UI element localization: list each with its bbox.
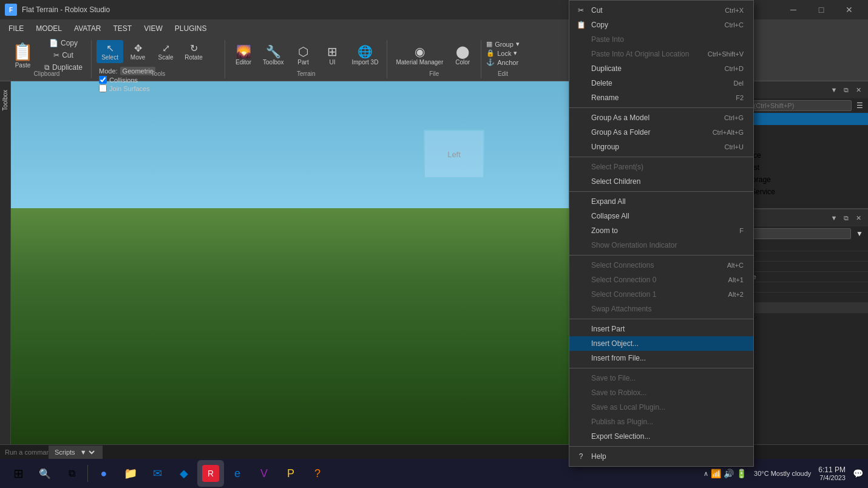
scripts-dropdown[interactable]: ▼ — [78, 448, 97, 456]
ctx-cut[interactable]: ✂ Cut Ctrl+X — [569, 3, 753, 18]
properties-close-btn[interactable]: ✕ — [853, 213, 863, 223]
scale-icon: ⤢ — [162, 42, 170, 54]
ctx-sep-4 — [569, 255, 753, 256]
ctx-save-plugin: Save as Local Plugin... — [569, 400, 753, 415]
notification-icon[interactable]: 💬 — [853, 469, 863, 478]
vs-icon: V — [260, 467, 268, 480]
ctx-zoom-to[interactable]: Zoom to F — [569, 223, 753, 238]
ctx-collapse-all[interactable]: Collapse All — [569, 209, 753, 223]
ctx-group-model[interactable]: Group As a Model Ctrl+G — [569, 110, 753, 125]
menu-test[interactable]: TEST — [107, 22, 138, 35]
window-controls: ─ □ ✕ — [779, 0, 863, 19]
part-tool[interactable]: ⬡ Part — [290, 42, 317, 68]
cut-icon: ✂ — [575, 5, 586, 16]
scale-tool[interactable]: ⤢ Scale — [152, 40, 179, 63]
collisions-checkbox[interactable] — [99, 76, 107, 84]
menu-file[interactable]: FILE — [2, 22, 30, 35]
join-surfaces-checkbox[interactable] — [99, 84, 107, 92]
ctx-insert-file[interactable]: Insert from File... — [569, 351, 753, 365]
tools-label: Tools — [151, 70, 165, 77]
lock-dropdown[interactable]: ▾ — [514, 49, 517, 57]
scripts-tab[interactable]: Scripts ▼ — [49, 446, 103, 459]
left-box-label: Left — [447, 150, 461, 159]
ctx-select-children[interactable]: Select Children — [569, 174, 753, 189]
unknown-icon: ? — [314, 467, 320, 480]
explorer-collapse-btn[interactable]: ▼ — [829, 85, 839, 95]
import3d-tool[interactable]: 🌐 Import 3D — [348, 42, 382, 68]
explorer-close-btn[interactable]: ✕ — [853, 85, 863, 95]
group-dropdown[interactable]: ▾ — [516, 40, 520, 48]
editor-icon: 🌄 — [236, 44, 251, 59]
ctx-delete[interactable]: Delete Del — [569, 76, 753, 90]
editor-tool[interactable]: 🌄 Editor — [230, 42, 257, 68]
lock-label[interactable]: Lock — [497, 50, 511, 57]
menu-avatar[interactable]: AVATAR — [68, 22, 107, 35]
ctx-rename[interactable]: Rename F2 — [569, 90, 753, 105]
ctx-expand-all[interactable]: Expand All — [569, 194, 753, 209]
vscode-button[interactable]: ◆ — [171, 460, 197, 487]
tray-volume-icon[interactable]: 🔊 — [724, 469, 734, 478]
close-button[interactable]: ✕ — [835, 0, 863, 19]
lock-icon: 🔒 — [486, 49, 495, 57]
tray-network-icon[interactable]: 📶 — [711, 469, 721, 478]
anchor-label[interactable]: Anchor — [497, 59, 518, 66]
edit-label: Edit — [498, 70, 508, 77]
properties-collapse-btn[interactable]: ▼ — [829, 213, 839, 223]
toolbar-group-group: ▦ Group ▾ 🔒 Lock ▾ ⚓ Anchor Edit — [481, 40, 524, 78]
ctx-sep-7 — [569, 446, 753, 447]
paste-button[interactable]: 📋 Paste — [7, 39, 38, 71]
ctx-export-selection[interactable]: Export Selection... — [569, 429, 753, 444]
maximize-button[interactable]: □ — [807, 0, 835, 19]
edge-button[interactable]: e — [224, 460, 251, 487]
toolbox-tool[interactable]: 🔧 Toolbox — [259, 42, 287, 68]
anchor-icon: ⚓ — [486, 58, 495, 66]
properties-filter-btn[interactable]: ▼ — [853, 228, 866, 239]
file-explorer-button[interactable]: 📁 — [117, 460, 144, 487]
color-tool[interactable]: ⬤ Color — [449, 42, 476, 68]
mail-button[interactable]: ✉ — [144, 460, 171, 487]
task-view-button[interactable]: ⧉ — [58, 460, 85, 487]
toolbox-tab[interactable]: Toolbox — [1, 87, 10, 113]
ctx-insert-object[interactable]: Insert Object... — [569, 336, 753, 351]
roblox-button[interactable]: R — [197, 460, 224, 487]
tray-up-arrow[interactable]: ∧ — [704, 470, 708, 478]
material-manager-tool[interactable]: ◉ Material Manager — [392, 42, 447, 68]
ctx-copy[interactable]: 📋 Copy Ctrl+C — [569, 18, 753, 32]
start-button[interactable]: ⊞ — [5, 460, 32, 487]
python-button[interactable]: P — [277, 460, 304, 487]
menu-plugins[interactable]: PLUGINS — [169, 22, 213, 35]
clock-date: 7/4/2023 — [818, 474, 846, 481]
ui-tool[interactable]: ⊞ UI — [319, 42, 346, 68]
material-icon: ◉ — [415, 44, 425, 59]
copy-button[interactable]: 📄 Copy — [41, 38, 86, 49]
ctx-duplicate[interactable]: Duplicate Ctrl+D — [569, 61, 753, 76]
rotate-tool[interactable]: ↻ Rotate — [180, 40, 207, 63]
unknown-button[interactable]: ? — [304, 460, 331, 487]
mode-dropdown[interactable]: Geometric — [120, 67, 156, 75]
mail-icon: ✉ — [153, 467, 162, 480]
cut-button[interactable]: ✂ Cut — [41, 50, 86, 61]
explorer-filter-icon-btn[interactable]: ☰ — [854, 100, 866, 111]
ctx-ungroup[interactable]: Ungroup Ctrl+U — [569, 140, 753, 154]
ctx-group-folder[interactable]: Group As a Folder Ctrl+Alt+G — [569, 125, 753, 140]
minimize-button[interactable]: ─ — [779, 0, 807, 19]
time-display[interactable]: 6:11 PM 7/4/2023 — [818, 466, 846, 481]
explorer-popout-btn[interactable]: ⧉ — [841, 85, 851, 95]
search-button[interactable]: 🔍 — [32, 460, 58, 487]
ctx-insert-part[interactable]: Insert Part — [569, 322, 753, 336]
ctx-swap-attachments: Swap Attachments — [569, 302, 753, 316]
toolbar-file-group: ◉ Material Manager ⬤ Color File — [387, 40, 481, 78]
menu-view[interactable]: VIEW — [138, 22, 169, 35]
move-tool[interactable]: ✥ Move — [124, 40, 151, 63]
chrome-button[interactable]: ● — [90, 460, 117, 487]
ctx-help[interactable]: ? Help — [569, 449, 753, 464]
menu-model[interactable]: MODEL — [30, 22, 68, 35]
tray-battery-icon[interactable]: 🔋 — [736, 469, 747, 478]
group-label[interactable]: Group — [495, 41, 514, 48]
import3d-icon: 🌐 — [358, 44, 373, 59]
properties-popout-btn[interactable]: ⧉ — [841, 213, 851, 223]
vs-button[interactable]: V — [251, 460, 277, 487]
select-tool[interactable]: ↖ Select — [97, 40, 123, 63]
roblox-icon: R — [202, 465, 219, 482]
context-menu: ✂ Cut Ctrl+X 📋 Copy Ctrl+C Paste Into Pa… — [569, 0, 754, 467]
